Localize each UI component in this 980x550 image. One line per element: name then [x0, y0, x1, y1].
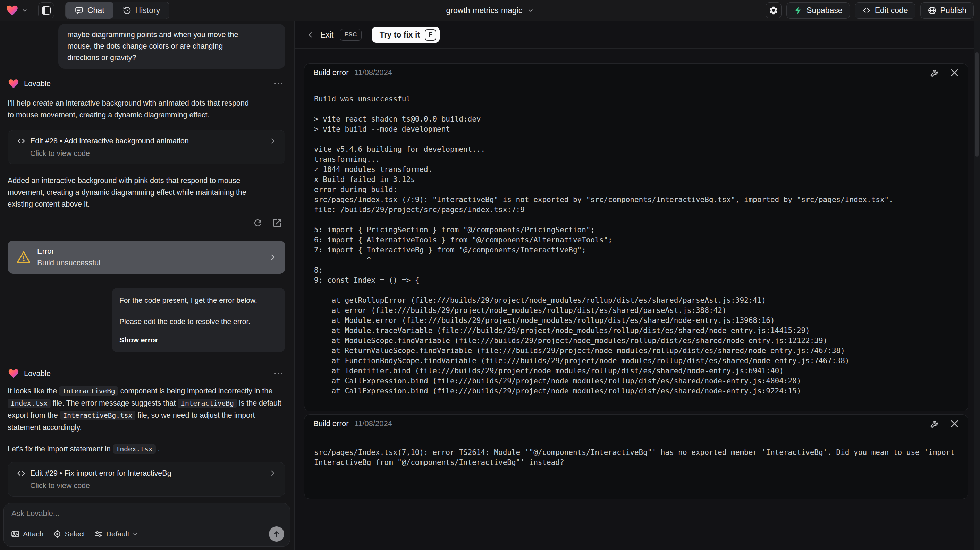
edit-card-subtitle: Click to view code [30, 481, 277, 490]
lovable-heart-icon [6, 4, 19, 17]
lovable-logo-menu[interactable] [6, 4, 28, 17]
assistant-paragraph: It looks like the InteractiveBg componen… [8, 385, 285, 433]
attach-label: Attach [23, 530, 44, 538]
lovable-heart-icon [8, 368, 19, 379]
edit-card-29[interactable]: Edit #29 • Fix import error for Interact… [8, 462, 285, 497]
edit-card-title: Edit #29 • Fix import error for Interact… [30, 469, 172, 478]
inline-code: Index.tsx [8, 399, 51, 408]
assistant-name: Lovable [24, 79, 51, 88]
top-bar: Chat History growth-metrics-magic S [0, 0, 980, 21]
panel-date: 11/08/2024 [354, 68, 392, 77]
publish-button[interactable]: Publish [920, 2, 974, 19]
assistant-header: Lovable [8, 78, 285, 89]
assistant-header: Lovable [8, 368, 285, 379]
user-message-line: For the code present, I get the error be… [119, 295, 278, 306]
esc-key-badge: ESC [340, 29, 361, 41]
error-card-subtitle: Build unsuccessful [37, 258, 100, 267]
edit-code-label: Edit code [875, 6, 908, 15]
select-button[interactable]: Select [53, 529, 85, 539]
build-error-card[interactable]: Error Build unsuccessful [8, 241, 285, 274]
panel-title: Build error [313, 68, 348, 77]
tab-history[interactable]: History [113, 2, 169, 19]
user-message-line: Please edit the code to resolve the erro… [119, 316, 278, 327]
f-key-badge: F [425, 29, 436, 41]
chevron-right-icon [269, 253, 277, 261]
edit-card-subtitle: Click to view code [30, 149, 277, 158]
edit-card-title: Edit #28 • Add interactive background an… [30, 137, 189, 145]
close-icon[interactable] [950, 419, 959, 429]
inline-code: Index.tsx [113, 445, 156, 454]
chat-panel: maybe diagramming points and when you mo… [0, 21, 294, 550]
attach-button[interactable]: Attach [11, 529, 44, 539]
more-options-icon[interactable] [275, 373, 286, 375]
assistant-paragraph: I'll help create an interactive backgrou… [8, 97, 285, 121]
user-message: For the code present, I get the error be… [112, 287, 285, 352]
assistant-paragraph: Let's fix the import statement in Index.… [8, 443, 285, 455]
chat-history-switch: Chat History [65, 2, 169, 19]
sidebar-panel-icon [41, 6, 51, 14]
code-brackets-icon [16, 136, 26, 146]
code-brackets-icon [862, 6, 871, 15]
chevron-down-icon [132, 531, 138, 537]
panel-title: Build error [313, 419, 348, 428]
error-card-title: Error [37, 247, 100, 256]
chevron-right-icon [269, 469, 277, 477]
project-name: growth-metrics-magic [446, 6, 523, 15]
tab-history-label: History [135, 6, 160, 15]
try-to-fix-button[interactable]: Try to fix it F [372, 27, 440, 43]
project-switcher[interactable]: growth-metrics-magic [446, 0, 534, 21]
supabase-label: Supabase [807, 6, 843, 15]
inline-code: InteractiveBg [59, 386, 118, 396]
chevron-down-icon [22, 7, 28, 14]
scrollbar[interactable] [974, 21, 980, 550]
chevron-down-icon [527, 7, 534, 14]
wrench-icon[interactable] [930, 419, 940, 429]
scrollbar-thumb[interactable] [975, 53, 978, 156]
ask-lovable-input[interactable] [11, 509, 282, 518]
code-brackets-icon [16, 469, 26, 478]
image-attach-icon [11, 529, 20, 539]
try-to-fix-label: Try to fix it [380, 30, 420, 40]
inline-code: InteractiveBg.tsx [60, 411, 136, 420]
edit-code-button[interactable]: Edit code [855, 2, 915, 19]
send-button[interactable] [269, 526, 284, 542]
panel-date: 11/08/2024 [354, 419, 392, 428]
message-tools [8, 218, 285, 228]
chevron-right-icon [269, 137, 277, 145]
close-icon[interactable] [950, 68, 959, 78]
user-message: maybe diagramming points and when you mo… [58, 24, 285, 69]
assistant-name: Lovable [24, 369, 51, 378]
arrow-up-icon [272, 530, 281, 538]
exit-button[interactable]: Exit [320, 30, 334, 40]
tab-chat-label: Chat [88, 6, 105, 15]
error-overlay-panel: Exit ESC Try to fix it F Build error 11/… [294, 21, 980, 550]
open-preview-icon[interactable] [272, 218, 283, 228]
sliders-icon [94, 529, 103, 539]
history-clock-icon [123, 6, 132, 15]
mode-label: Default [106, 530, 129, 538]
settings-button[interactable] [765, 2, 781, 18]
chevron-left-icon[interactable] [306, 31, 314, 38]
refresh-icon[interactable] [253, 218, 263, 228]
target-select-icon [53, 529, 62, 539]
chat-bubble-icon [75, 6, 84, 15]
edit-card-28[interactable]: Edit #28 • Add interactive background an… [8, 130, 285, 164]
gear-icon [768, 6, 778, 15]
sidebar-toggle-button[interactable] [38, 2, 54, 18]
show-error-link[interactable]: Show error [119, 334, 278, 346]
tab-chat[interactable]: Chat [65, 2, 113, 19]
publish-label: Publish [940, 6, 966, 15]
chat-composer: Attach Select Default [3, 503, 290, 547]
build-log[interactable]: src/pages/Index.tsx(7,10): error TS2614:… [304, 433, 968, 468]
lovable-heart-icon [8, 78, 19, 89]
select-label: Select [65, 530, 85, 538]
fix-header: Exit ESC Try to fix it F [294, 21, 980, 49]
build-log[interactable]: Build was unsuccessful > vite_react_shad… [304, 82, 968, 396]
wrench-icon[interactable] [930, 68, 940, 78]
chat-message-list[interactable]: maybe diagramming points and when you mo… [0, 21, 294, 550]
more-options-icon[interactable] [275, 83, 286, 85]
assistant-paragraph: Added an interactive background with pin… [8, 175, 285, 210]
mode-dropdown[interactable]: Default [94, 529, 138, 539]
supabase-button[interactable]: Supabase [786, 2, 850, 19]
globe-icon [928, 6, 937, 15]
